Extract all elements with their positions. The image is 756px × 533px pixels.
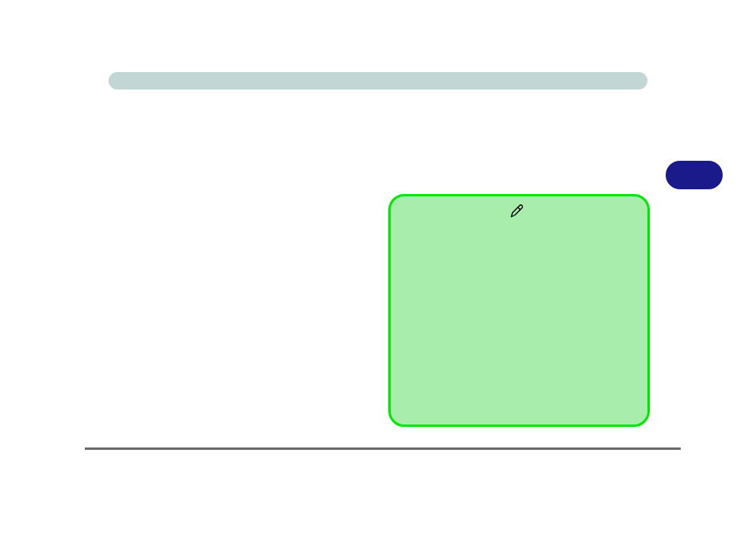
divider-line (85, 447, 681, 450)
action-pill-button[interactable] (666, 161, 723, 189)
top-bar (109, 72, 647, 89)
content-panel (388, 194, 650, 427)
pen-icon[interactable] (510, 204, 524, 219)
